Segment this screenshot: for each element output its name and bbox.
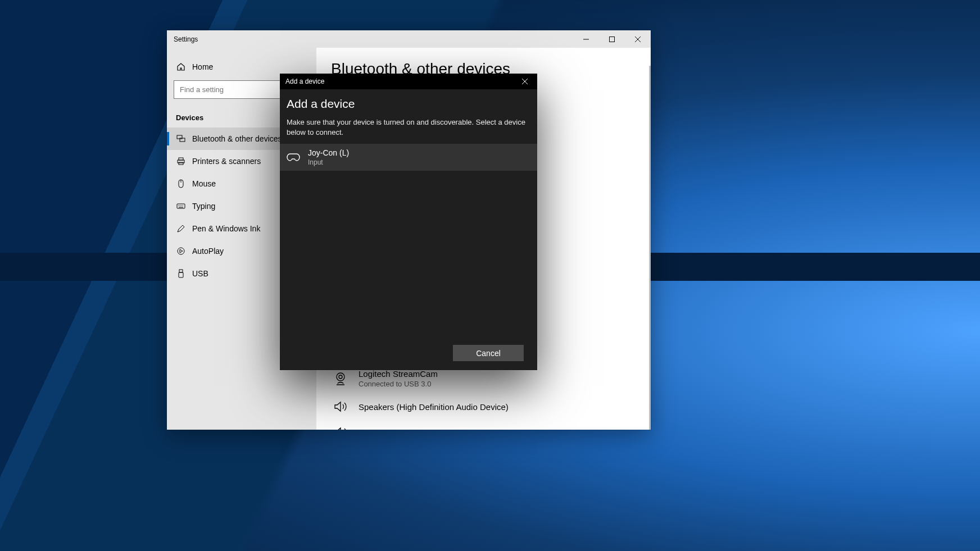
dialog-title-small: Add a device (285, 78, 512, 85)
printer-icon (176, 157, 185, 166)
device-name: Speakers (High Definition Audio Device) (359, 402, 509, 412)
device-name: Speakers (THX Spatial Audio) (359, 428, 470, 430)
device-name: Logitech StreamCam (359, 369, 438, 379)
main-scrollbar[interactable] (649, 66, 651, 430)
maximize-button[interactable] (599, 30, 625, 48)
cancel-button[interactable]: Cancel (453, 345, 524, 361)
sidebar-item-label: Pen & Windows Ink (192, 224, 260, 233)
gamepad-icon (287, 152, 300, 162)
camera-icon (332, 371, 348, 386)
svg-point-12 (339, 375, 342, 379)
sidebar-item-label: USB (192, 269, 208, 278)
keyboard-icon (176, 202, 185, 211)
svg-point-8 (178, 248, 184, 254)
device-row[interactable]: Speakers (High Definition Audio Device) (331, 395, 636, 421)
discovered-device-name: Joy-Con (L) (308, 148, 349, 157)
device-row[interactable]: Speakers (THX Spatial Audio) (331, 421, 636, 430)
minimize-button[interactable] (573, 30, 599, 48)
dialog-titlebar[interactable]: Add a device (280, 74, 537, 89)
sidebar-item-label: Mouse (192, 179, 216, 188)
window-title: Settings (174, 35, 573, 43)
svg-rect-0 (610, 37, 615, 42)
pen-icon (176, 224, 185, 233)
sidebar-item-label: Typing (192, 202, 215, 211)
add-device-dialog: Add a device Add a device Make sure that… (280, 74, 537, 370)
home-icon (176, 62, 185, 71)
sidebar-item-label: Bluetooth & other devices (192, 134, 282, 143)
device-sub: Connected to USB 3.0 (359, 380, 438, 388)
discovered-device-sub: Input (308, 158, 349, 166)
svg-rect-3 (179, 158, 183, 160)
svg-rect-9 (179, 270, 183, 272)
discovered-device-item[interactable]: Joy-Con (L) Input (280, 144, 537, 171)
svg-rect-10 (179, 272, 183, 277)
dialog-heading: Add a device (287, 97, 530, 111)
close-button[interactable] (625, 30, 651, 48)
speaker-icon (332, 425, 348, 430)
usb-icon (176, 269, 185, 278)
window-titlebar[interactable]: Settings (167, 30, 651, 48)
bluetooth-devices-icon (176, 134, 185, 143)
autoplay-icon (176, 247, 185, 256)
svg-point-11 (337, 373, 344, 381)
sidebar-home-label: Home (192, 62, 213, 71)
speaker-icon (332, 399, 348, 414)
dialog-description: Make sure that your device is turned on … (287, 117, 530, 137)
svg-rect-7 (177, 204, 185, 208)
mouse-icon (176, 179, 185, 188)
sidebar-item-label: Printers & scanners (192, 157, 261, 166)
dialog-close-button[interactable] (512, 74, 537, 89)
sidebar-item-label: AutoPlay (192, 247, 224, 256)
